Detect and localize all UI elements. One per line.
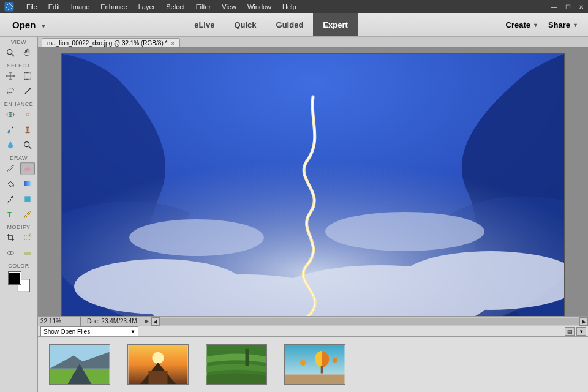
foreground-color-swatch[interactable] <box>9 272 21 284</box>
thumb-4[interactable] <box>284 344 345 385</box>
svg-point-11 <box>12 127 13 129</box>
mode-expert[interactable]: Expert <box>313 13 357 36</box>
menu-layer[interactable]: Layer <box>133 0 161 13</box>
lasso-tool[interactable] <box>3 85 18 98</box>
svg-point-49 <box>300 360 306 366</box>
paint-bucket-tool[interactable] <box>3 177 18 190</box>
straighten-tool[interactable] <box>20 246 35 260</box>
close-icon[interactable]: × <box>171 40 174 47</box>
horizontal-scrollbar[interactable]: ◀ ▶ <box>151 317 588 326</box>
menu-enhance[interactable]: Enhance <box>95 0 132 13</box>
recompose-tool[interactable] <box>20 231 35 244</box>
open-files-dropdown-label: Show Open Files <box>43 328 90 335</box>
canvas-viewport[interactable] <box>38 48 588 316</box>
tool-section-color: COLOR <box>0 262 37 270</box>
mode-guided[interactable]: Guided <box>266 13 314 36</box>
tool-section-view: VIEW <box>0 38 37 46</box>
content-aware-move-tool[interactable] <box>3 246 18 260</box>
chevron-down-icon: ▼ <box>130 329 135 334</box>
type-tool[interactable]: T <box>3 208 18 221</box>
brush-tool[interactable] <box>3 162 18 175</box>
menu-view[interactable]: View <box>216 0 242 13</box>
main-area: VIEW SELECT ENHANCE <box>0 37 588 392</box>
zoom-tool[interactable] <box>3 46 18 59</box>
clone-stamp-tool[interactable] <box>20 123 35 137</box>
svg-rect-43 <box>148 371 167 384</box>
svg-line-2 <box>12 54 14 56</box>
svg-rect-45 <box>246 349 249 366</box>
zoom-readout[interactable]: 32.11% <box>38 317 81 326</box>
chevron-down-icon: ▼ <box>41 23 47 29</box>
menu-image[interactable]: Image <box>66 0 96 13</box>
menu-select[interactable]: Select <box>160 0 190 13</box>
thumb-3[interactable] <box>206 344 267 385</box>
mode-elive[interactable]: eLive <box>184 13 224 36</box>
canvas-image <box>62 54 564 316</box>
eraser-tool[interactable] <box>20 162 35 175</box>
window-maximize-icon[interactable]: ☐ <box>561 1 575 12</box>
svg-rect-13 <box>26 128 28 131</box>
svg-rect-0 <box>5 2 14 12</box>
tool-section-enhance: ENHANCE <box>0 100 37 108</box>
tool-section-select: SELECT <box>0 61 37 69</box>
svg-rect-25 <box>24 252 31 254</box>
tool-panel: VIEW SELECT ENHANCE <box>0 37 38 392</box>
open-files-bar: Show Open Files ▼ ▤ ▾ <box>38 326 588 337</box>
panel-menu-icon[interactable]: ▾ <box>576 327 586 336</box>
smart-brush-tool[interactable] <box>3 123 18 137</box>
svg-point-41 <box>152 352 164 364</box>
sponge-tool[interactable] <box>20 138 35 152</box>
open-files-thumbs <box>38 337 588 392</box>
color-swatch[interactable] <box>9 272 29 292</box>
svg-point-34 <box>129 219 264 256</box>
menu-filter[interactable]: Filter <box>190 0 216 13</box>
svg-point-4 <box>7 88 13 93</box>
chevron-down-icon: ▼ <box>533 22 538 28</box>
eyedropper-tool[interactable] <box>3 192 18 206</box>
blur-tool[interactable] <box>3 138 18 152</box>
workspace: ma_lion_00022_dxo.jpg @ 32.1% (RGB/8) * … <box>38 37 588 392</box>
svg-point-15 <box>24 142 29 147</box>
svg-rect-19 <box>24 181 31 186</box>
document-tab-bar: ma_lion_00022_dxo.jpg @ 32.1% (RGB/8) * … <box>38 37 588 48</box>
hand-tool[interactable] <box>20 46 35 59</box>
share-button[interactable]: Share▼ <box>545 17 582 33</box>
redeye-tool[interactable] <box>3 108 18 121</box>
chevron-down-icon: ▼ <box>573 22 578 28</box>
scroll-right-icon[interactable]: ▶ <box>579 317 588 326</box>
svg-line-16 <box>29 146 31 149</box>
menu-edit[interactable]: Edit <box>43 0 66 13</box>
svg-rect-47 <box>285 374 345 384</box>
app-logo-icon <box>4 1 15 12</box>
crop-tool[interactable] <box>3 231 18 244</box>
app-root: File Edit Image Enhance Layer Select Fil… <box>0 0 588 392</box>
document-tab[interactable]: ma_lion_00022_dxo.jpg @ 32.1% (RGB/8) * … <box>42 38 180 47</box>
mode-quick[interactable]: Quick <box>224 13 266 36</box>
tool-section-modify: MODIFY <box>0 223 37 231</box>
marquee-tool[interactable] <box>20 69 35 83</box>
shape-tool[interactable] <box>20 192 35 206</box>
svg-point-1 <box>7 50 12 55</box>
thumb-1[interactable] <box>49 344 110 385</box>
move-tool[interactable] <box>3 69 18 83</box>
pencil-tool[interactable] <box>20 208 35 221</box>
menubar: File Edit Image Enhance Layer Select Fil… <box>0 0 588 13</box>
window-minimize-icon[interactable]: — <box>548 1 561 12</box>
menu-help[interactable]: Help <box>277 0 302 13</box>
scroll-left-icon[interactable]: ◀ <box>151 317 160 326</box>
open-button[interactable]: Open ▼ <box>6 16 52 34</box>
open-files-dropdown[interactable]: Show Open Files ▼ <box>40 326 138 336</box>
create-button[interactable]: Create▼ <box>502 17 542 33</box>
chevron-right-icon[interactable]: ▶ <box>144 318 149 324</box>
gradient-tool[interactable] <box>20 177 35 190</box>
svg-point-24 <box>29 234 31 236</box>
menu-window[interactable]: Window <box>242 0 277 13</box>
magic-wand-tool[interactable] <box>20 85 35 98</box>
panel-collapse-icon[interactable]: ▤ <box>565 327 575 336</box>
thumb-2[interactable] <box>127 344 189 385</box>
spot-heal-tool[interactable] <box>20 108 35 121</box>
status-bar: 32.11% Doc: 23.4M/23.4M ▶ ◀ ▶ <box>38 316 588 326</box>
mode-tabs: eLive Quick Guided Expert <box>184 13 358 36</box>
menu-file[interactable]: File <box>21 0 43 13</box>
window-close-icon[interactable]: ✕ <box>575 1 588 12</box>
